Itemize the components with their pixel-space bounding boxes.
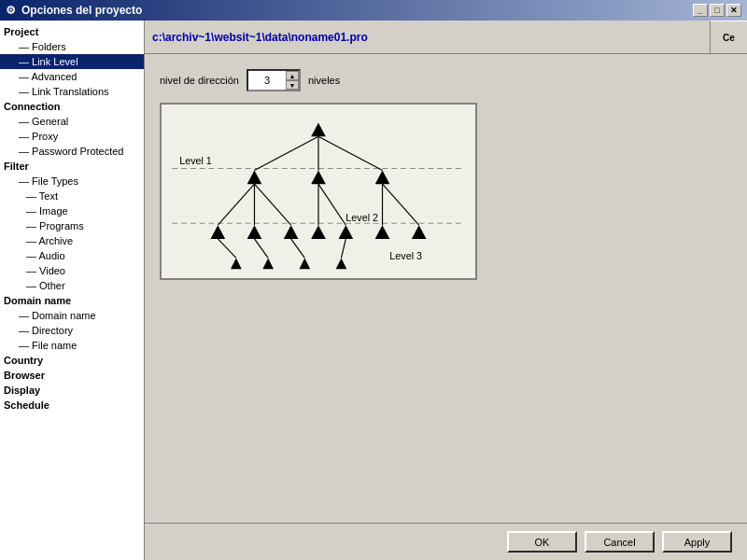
ok-button[interactable]: OK bbox=[507, 531, 577, 553]
svg-marker-27 bbox=[262, 258, 274, 269]
svg-line-33 bbox=[341, 239, 345, 259]
main-panel: c:\archiv~1\websit~1\data\noname01.pro C… bbox=[145, 21, 747, 560]
sidebar: Project — Folders — Link Level — Advance… bbox=[0, 21, 145, 560]
svg-line-32 bbox=[291, 239, 305, 259]
diagram-svg: Level 1 Level 2 Level 3 bbox=[162, 105, 475, 278]
section-schedule: Schedule bbox=[0, 398, 144, 413]
sidebar-item-general[interactable]: — General bbox=[0, 114, 144, 129]
cancel-button[interactable]: Cancel bbox=[585, 531, 655, 553]
sidebar-item-domain-name[interactable]: — Domain name bbox=[0, 308, 144, 323]
title-bar: ⚙ Opciones del proyecto _ □ ✕ bbox=[0, 0, 747, 21]
section-filter: Filter bbox=[0, 159, 144, 174]
title-bar-icon: ⚙ bbox=[6, 4, 16, 17]
svg-text:Level 1: Level 1 bbox=[179, 155, 212, 166]
svg-marker-12 bbox=[210, 225, 225, 239]
svg-marker-15 bbox=[311, 225, 326, 239]
spin-up-button[interactable]: ▲ bbox=[286, 71, 299, 80]
svg-line-31 bbox=[254, 239, 268, 259]
svg-text:Level 2: Level 2 bbox=[345, 212, 378, 223]
spin-down-button[interactable]: ▼ bbox=[286, 80, 299, 90]
spinner-buttons: ▲ ▼ bbox=[286, 71, 299, 90]
svg-marker-29 bbox=[336, 258, 347, 269]
level-suffix-label: niveles bbox=[308, 75, 340, 86]
svg-marker-13 bbox=[247, 225, 262, 239]
svg-line-25 bbox=[383, 184, 419, 225]
level-input-container: ▲ ▼ bbox=[247, 69, 301, 91]
svg-marker-17 bbox=[375, 225, 390, 239]
sidebar-item-text[interactable]: — Text bbox=[0, 189, 144, 203]
maximize-button[interactable]: □ bbox=[710, 4, 725, 17]
svg-line-23 bbox=[318, 184, 345, 225]
sidebar-item-file-types[interactable]: — File Types bbox=[0, 174, 144, 189]
sidebar-item-password-protected[interactable]: — Password Protected bbox=[0, 144, 144, 159]
svg-line-9 bbox=[254, 136, 318, 170]
sidebar-item-advanced[interactable]: — Advanced bbox=[0, 69, 144, 84]
svg-marker-6 bbox=[247, 170, 262, 184]
section-country: Country bbox=[0, 353, 144, 368]
sidebar-item-link-level[interactable]: — Link Level bbox=[0, 54, 144, 69]
section-browser: Browser bbox=[0, 368, 144, 383]
file-path: c:\archiv~1\websit~1\data\noname01.pro bbox=[145, 21, 710, 53]
section-domain-name: Domain name bbox=[0, 293, 144, 308]
svg-marker-5 bbox=[311, 123, 326, 137]
svg-line-21 bbox=[254, 184, 290, 225]
diagram-box: Level 1 Level 2 Level 3 bbox=[160, 103, 477, 280]
svg-text:Level 3: Level 3 bbox=[389, 250, 422, 261]
close-button[interactable]: ✕ bbox=[726, 4, 741, 17]
svg-marker-28 bbox=[299, 258, 310, 269]
sidebar-item-video[interactable]: — Video bbox=[0, 263, 144, 278]
svg-line-19 bbox=[218, 184, 254, 225]
window-content: Project — Folders — Link Level — Advance… bbox=[0, 21, 747, 560]
level-prefix-label: nivel de dirección bbox=[160, 75, 239, 86]
section-display: Display bbox=[0, 383, 144, 398]
svg-line-30 bbox=[218, 239, 236, 259]
svg-marker-26 bbox=[231, 258, 242, 269]
svg-line-11 bbox=[318, 136, 383, 170]
svg-marker-14 bbox=[284, 225, 299, 239]
level-input[interactable] bbox=[248, 71, 286, 90]
content-area: nivel de dirección ▲ ▼ niveles bbox=[145, 54, 747, 523]
sidebar-item-folders[interactable]: — Folders bbox=[0, 39, 144, 54]
top-bar: c:\archiv~1\websit~1\data\noname01.pro C… bbox=[145, 21, 747, 54]
section-connection: Connection bbox=[0, 99, 144, 114]
title-bar-controls: _ □ ✕ bbox=[693, 4, 741, 17]
sidebar-item-audio[interactable]: — Audio bbox=[0, 248, 144, 263]
sidebar-item-archive[interactable]: — Archive bbox=[0, 233, 144, 248]
sidebar-item-other[interactable]: — Other bbox=[0, 278, 144, 293]
svg-marker-16 bbox=[339, 225, 354, 239]
section-project: Project bbox=[0, 24, 144, 39]
ce-button[interactable]: Ce bbox=[710, 21, 747, 53]
apply-button[interactable]: Apply bbox=[662, 531, 732, 553]
svg-marker-18 bbox=[412, 225, 427, 239]
title-bar-title: Opciones del proyecto bbox=[21, 4, 142, 17]
svg-marker-7 bbox=[311, 170, 326, 184]
svg-marker-8 bbox=[375, 170, 390, 184]
sidebar-item-image[interactable]: — Image bbox=[0, 203, 144, 218]
sidebar-item-directory[interactable]: — Directory bbox=[0, 323, 144, 338]
sidebar-item-programs[interactable]: — Programs bbox=[0, 218, 144, 233]
sidebar-item-file-name[interactable]: — File name bbox=[0, 338, 144, 353]
level-row: nivel de dirección ▲ ▼ niveles bbox=[160, 69, 732, 91]
minimize-button[interactable]: _ bbox=[693, 4, 708, 17]
bottom-bar: OK Cancel Apply bbox=[145, 523, 747, 560]
sidebar-item-link-translations[interactable]: — Link Translations bbox=[0, 84, 144, 99]
sidebar-item-proxy[interactable]: — Proxy bbox=[0, 129, 144, 144]
